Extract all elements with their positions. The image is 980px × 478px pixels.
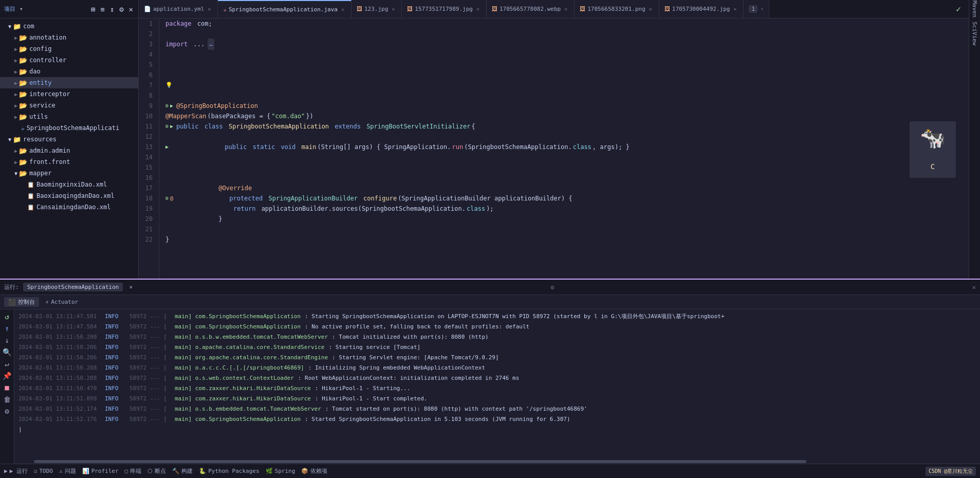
sidebar-label-resources: resources xyxy=(23,136,57,143)
sidebar-item-admin[interactable]: ▶ 📂 admin.admin xyxy=(0,145,138,156)
issues-label: 问题 xyxy=(65,467,76,475)
sidebar-item-com[interactable]: ▼ 📁 com xyxy=(0,21,138,32)
tab-springboot-java[interactable]: ☕ SpringbootSchemaApplication.java ✕ xyxy=(218,0,352,18)
structure-icon[interactable]: ⊞ xyxy=(90,4,96,14)
code-line-21 xyxy=(165,224,963,234)
lightbulb-icon: 💡 xyxy=(165,80,173,90)
tab-number-badge[interactable]: 1 ▾ xyxy=(744,0,769,18)
scroll-up-btn[interactable]: ↑ xyxy=(2,323,12,334)
sidebar-item-dao[interactable]: ▶ 📂 dao xyxy=(0,66,138,77)
build-status-item[interactable]: 🔨 构建 xyxy=(172,467,193,475)
tab-png[interactable]: 🖼 1705665833201.png ✕ xyxy=(575,0,659,18)
stop-btn[interactable]: ■ xyxy=(2,382,12,393)
log-line-9: 2024-02-01 13:11:51.099 INFO 58972 --- [… xyxy=(19,394,976,404)
close-tab-1705[interactable]: ✕ xyxy=(732,6,738,12)
close-run-panel-icon[interactable]: ✕ xyxy=(972,284,976,291)
close-tab-java[interactable]: ✕ xyxy=(340,6,346,13)
filter-btn[interactable]: 🔍 xyxy=(2,347,12,357)
project-label: 项目 xyxy=(4,5,15,13)
run-side-toolbar: ↺ ↑ ↓ 🔍 ↵ 📌 ■ 🗑 ⚙ xyxy=(0,309,14,464)
spring-icon: 🌿 xyxy=(266,468,273,474)
horizontal-scrollbar[interactable] xyxy=(14,459,980,464)
sidebar-item-cansaimingdan[interactable]: 📋 CansaimingdanDao.xml xyxy=(0,201,138,213)
sidebar-item-interceptor[interactable]: ▶ 📂 interceptor xyxy=(0,88,138,100)
run-main-icon[interactable]: ▶ xyxy=(170,121,173,132)
spring-status-item[interactable]: 🌿 Spring xyxy=(266,468,295,474)
todo-status-item[interactable]: ☑ TODO xyxy=(34,468,53,474)
close-tab-png[interactable]: ✕ xyxy=(648,6,654,12)
close-tab-1577[interactable]: ✕ xyxy=(475,6,481,12)
settings-btn[interactable]: ⚙ xyxy=(2,406,12,416)
sidebar-item-annotation[interactable]: ▶ 📂 annotation xyxy=(0,32,138,43)
gear-icon[interactable]: ⚙ xyxy=(118,4,124,14)
debug-run-icon[interactable]: ▶ xyxy=(170,101,173,111)
sidebar-item-utils[interactable]: ▶ 📂 utils xyxy=(0,111,138,122)
sidebar-item-springboot-app[interactable]: ☕ SpringbootSchemaApplicati xyxy=(0,122,138,134)
console-output[interactable]: 2024-02-01 13:11:47.501 INFO 58972 --- [… xyxy=(14,309,980,464)
tab-label-png: 1705665833201.png xyxy=(587,6,645,12)
run-tab-console[interactable]: ⬛ 控制台 xyxy=(4,297,39,307)
sidebar-item-entity[interactable]: ▶ 📂 entity xyxy=(0,77,138,88)
python-packages-status-item[interactable]: 🐍 Python Packages xyxy=(199,468,259,474)
sci-view-panel[interactable]: SciView xyxy=(969,19,980,279)
profiler-status-item[interactable]: 📊 Profiler xyxy=(82,468,119,474)
sidebar-item-service[interactable]: ▶ 📂 service xyxy=(0,100,138,111)
restart-btn[interactable]: ↺ xyxy=(2,311,12,322)
code-editor[interactable]: 1 2 3 4 5 6 7 8 9 10 11 12 13 14 15 16 1… xyxy=(139,19,980,279)
close-run-tab[interactable]: ✕ xyxy=(129,284,133,290)
sidebar-item-resources[interactable]: ▼ 📁 resources xyxy=(0,134,138,145)
tab-1577-jpg[interactable]: 🖼 1577351717989.jpg ✕ xyxy=(402,0,487,18)
sidebar-label-admin: admin.admin xyxy=(29,147,70,154)
close-tab-webp[interactable]: ✕ xyxy=(563,6,569,12)
run-main-method-icon[interactable]: ▶ xyxy=(165,142,169,152)
arrow-closed-icon-9: ▶ xyxy=(14,148,17,154)
sidebar-label-annotation: annotation xyxy=(29,34,66,41)
breakpoints-status-item[interactable]: ⬡ 断点 xyxy=(147,467,166,475)
code-content[interactable]: package com; import ... … 💡 xyxy=(159,19,969,279)
run-tab-actuator[interactable]: ⚡ Actuator xyxy=(41,298,82,307)
tab-bar: 项目 ▾ ⊞ ≡ ↕ ⚙ ✕ 📄 application.yml ✕ ☕ Spr… xyxy=(0,0,980,19)
sidebar-item-front[interactable]: ▶ 📂 front.front xyxy=(0,156,138,168)
close-panel-icon[interactable]: ✕ xyxy=(128,4,134,14)
sidebar-item-config[interactable]: ▶ 📂 config xyxy=(0,43,138,54)
sort-icon[interactable]: ↕ xyxy=(109,4,115,14)
clear-btn[interactable]: 🗑 xyxy=(2,394,12,405)
build-label: 构建 xyxy=(181,467,193,475)
run-panel: 运行: SpringbootSchemaApplication ✕ ⚙ ✕ ⬛ … xyxy=(0,279,980,464)
sidebar-item-baoxiaoqingdan[interactable]: 📋 BaoxiaoqingdanDao.xml xyxy=(0,190,138,201)
sidebar-item-mapper[interactable]: ▼ 📂 mapper xyxy=(0,168,138,179)
tab-webp[interactable]: 🖼 1705665778082.webp ✕ xyxy=(487,0,575,18)
terminal-status-item[interactable]: ▢ 终端 xyxy=(125,467,142,475)
tab-123-jpg[interactable]: 🖼 123.jpg ✕ xyxy=(352,0,402,18)
sidebar-item-baomingxinxi[interactable]: 📋 BaomingxinxiDao.xml xyxy=(0,179,138,190)
yml-file-icon: 📄 xyxy=(144,6,151,12)
arrow-closed-icon-3: ▶ xyxy=(14,58,17,63)
run-settings-icon[interactable]: ⚙ xyxy=(550,284,554,291)
log-line-8: 2024-02-01 13:11:50.470 INFO 58972 --- [… xyxy=(19,383,976,394)
issues-status-item[interactable]: ⚠ 问题 xyxy=(59,467,76,475)
close-tab-123[interactable]: ✕ xyxy=(390,6,396,12)
scroll-down-btn[interactable]: ↓ xyxy=(2,335,12,345)
breakpoints-icon: ⬡ xyxy=(147,468,153,474)
main-area: ▼ 📁 com ▶ 📂 annotation ▶ 📂 config ▶ 📂 co… xyxy=(0,19,980,279)
tab-label-java: SpringbootSchemaApplication.java xyxy=(229,6,338,13)
debug-bean-icon[interactable]: ⚙ xyxy=(165,101,169,111)
debug-config-icon[interactable]: ⚙ xyxy=(165,121,169,132)
sidebar-item-controller[interactable]: ▶ 📂 controller xyxy=(0,54,138,66)
tab-1705-jpg[interactable]: 🖼 1705730004492.jpg ✕ xyxy=(659,0,744,18)
arrow-closed-icon-2: ▶ xyxy=(14,46,17,52)
log-line-10: 2024-02-01 13:11:52.174 INFO 58972 --- [… xyxy=(19,404,976,414)
import-expand-btn[interactable]: … xyxy=(208,39,214,50)
run-status-item[interactable]: ▶ ▶ 运行 xyxy=(4,467,28,475)
tab-label-webp: 1705665778082.webp xyxy=(500,6,561,12)
folder-icon-annotation: 📂 xyxy=(19,34,27,42)
close-tab-yml[interactable]: ✕ xyxy=(206,6,212,12)
run-app-name[interactable]: SpringbootSchemaApplication xyxy=(23,283,123,291)
layout-icon[interactable]: ≡ xyxy=(99,4,105,14)
pin-btn[interactable]: 📌 xyxy=(2,371,12,381)
wrap-btn[interactable]: ↵ xyxy=(2,359,12,369)
deps-status-item[interactable]: 📦 依赖项 xyxy=(301,467,327,475)
maven-panel[interactable]: Maven xyxy=(969,0,980,21)
profiler-icon: 📊 xyxy=(82,468,89,474)
tab-application-yml[interactable]: 📄 application.yml ✕ xyxy=(139,0,218,18)
